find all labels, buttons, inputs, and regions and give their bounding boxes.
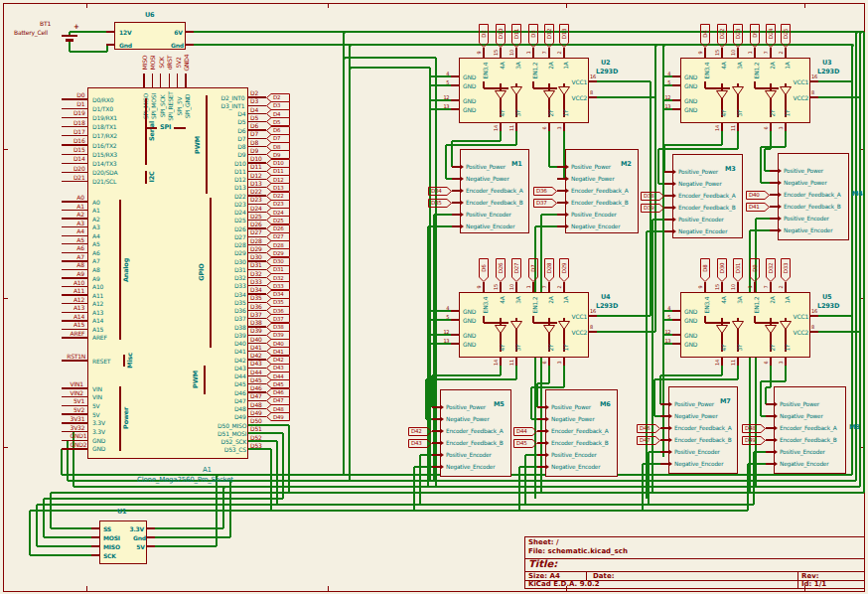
- sheet-pin-stub[interactable]: [664, 219, 672, 220]
- driver-internal[interactable]: [532, 316, 533, 323]
- net-label-A0[interactable]: A0: [76, 194, 84, 201]
- net-label-D53[interactable]: D53: [250, 442, 262, 449]
- sheet-pin-stub[interactable]: [557, 166, 565, 167]
- net-label-D48[interactable]: D48: [250, 401, 262, 408]
- driver-ref[interactable]: U2: [601, 60, 610, 68]
- wire-segment[interactable]: [432, 374, 501, 375]
- pin-stub[interactable]: [754, 282, 755, 292]
- wire-segment[interactable]: [658, 148, 738, 149]
- pin-stub[interactable]: [451, 310, 459, 311]
- net-label-D21[interactable]: D21: [73, 174, 85, 181]
- net-label-3V31[interactable]: 3V31: [71, 415, 85, 422]
- sheet-pin-stub[interactable]: [766, 427, 774, 428]
- driver-internal[interactable]: [755, 87, 779, 88]
- net-label-D6[interactable]: D6: [250, 122, 258, 129]
- group-bracket[interactable]: [204, 366, 205, 394]
- pin-stub[interactable]: [721, 358, 722, 366]
- sheet-name[interactable]: M1: [511, 161, 522, 169]
- wire-segment[interactable]: [30, 554, 91, 555]
- wire-segment[interactable]: [770, 131, 771, 149]
- sheet-pin-stub[interactable]: [664, 230, 672, 231]
- pin-stub[interactable]: [589, 80, 597, 81]
- sheet-name[interactable]: M4: [852, 191, 863, 199]
- sheet-pin-stub[interactable]: [664, 195, 672, 196]
- pin-stub[interactable]: [91, 527, 99, 528]
- net-label-D47[interactable]: D47: [250, 392, 262, 399]
- sheet-pin-stub[interactable]: [770, 229, 778, 230]
- sheet-name[interactable]: M8: [849, 424, 860, 432]
- regulator-ref[interactable]: U6: [145, 12, 154, 20]
- wire-segment[interactable]: [270, 449, 271, 511]
- sheet-pin-stub[interactable]: [432, 418, 440, 419]
- net-label-D36[interactable]: D36: [250, 303, 262, 310]
- pin-stub[interactable]: [548, 123, 549, 131]
- pin-stub[interactable]: [589, 331, 597, 332]
- driver-internal[interactable]: [705, 87, 730, 88]
- driver-value[interactable]: L293D: [596, 303, 618, 311]
- sheet-pin-stub[interactable]: [557, 190, 565, 191]
- pin-stub[interactable]: [451, 75, 459, 76]
- sheet-pin-stub[interactable]: [770, 170, 778, 171]
- pin-stub[interactable]: [704, 48, 705, 58]
- driver-ref[interactable]: U5: [822, 294, 831, 302]
- mcu-value[interactable]: Clone_Mega2560_Pro_Socket: [137, 476, 233, 484]
- driver-internal[interactable]: [533, 322, 557, 323]
- wire-segment[interactable]: [651, 220, 652, 493]
- net-label-D35[interactable]: D35: [250, 294, 262, 301]
- pin-stub[interactable]: [515, 358, 516, 366]
- pin-stub[interactable]: [589, 96, 597, 97]
- group-bracket[interactable]: [174, 127, 186, 128]
- wire-segment[interactable]: [44, 536, 91, 537]
- group-bracket[interactable]: [119, 200, 120, 340]
- wire-segment[interactable]: [515, 366, 516, 379]
- sheet-pin-stub[interactable]: [664, 183, 672, 184]
- sheet-pin-stub[interactable]: [537, 454, 545, 455]
- sheet-name[interactable]: M3: [725, 166, 736, 174]
- wire-segment[interactable]: [276, 441, 277, 505]
- wire-segment[interactable]: [429, 68, 430, 481]
- sheet-pin-stub[interactable]: [660, 415, 668, 416]
- pin-stub[interactable]: [515, 48, 516, 58]
- pin-stub[interactable]: [737, 123, 738, 131]
- wire-segment[interactable]: [147, 527, 223, 528]
- wire-segment[interactable]: [282, 433, 283, 499]
- wire-segment[interactable]: [70, 51, 107, 52]
- net-label-D18[interactable]: D18: [73, 119, 85, 126]
- sheet-pin-stub[interactable]: [770, 194, 778, 195]
- sheet-pin-stub[interactable]: [664, 207, 672, 208]
- wire-segment[interactable]: [563, 366, 564, 387]
- sheet-pin-stub[interactable]: [537, 430, 545, 431]
- wire-segment[interactable]: [663, 145, 664, 172]
- net-label-D13[interactable]: D13: [250, 180, 262, 187]
- net-label-A7[interactable]: A7: [76, 253, 84, 260]
- pin-stub[interactable]: [152, 74, 153, 87]
- sheet-pin-stub[interactable]: [537, 466, 545, 467]
- net-label-D33[interactable]: D33: [250, 278, 262, 285]
- net-label-D17[interactable]: D17: [73, 128, 85, 135]
- sheet-pin-stub[interactable]: [452, 178, 460, 179]
- wire-segment[interactable]: [597, 96, 655, 97]
- wire-segment[interactable]: [642, 464, 643, 511]
- net-label-D50[interactable]: D50: [250, 417, 262, 424]
- pin-stub[interactable]: [91, 545, 99, 546]
- net-label-D28[interactable]: D28: [250, 237, 262, 244]
- pin-stub[interactable]: [785, 123, 786, 131]
- net-label-D4[interactable]: D4: [250, 106, 258, 113]
- wire-segment[interactable]: [535, 225, 557, 226]
- sheet-name[interactable]: M5: [494, 401, 505, 409]
- wire-segment[interactable]: [761, 380, 786, 381]
- pin-stub[interactable]: [589, 315, 597, 316]
- pin-stub[interactable]: [147, 545, 155, 546]
- wire-segment[interactable]: [817, 331, 860, 332]
- wire-segment[interactable]: [659, 375, 660, 404]
- wire-segment[interactable]: [426, 378, 516, 379]
- net-label-A8[interactable]: A8: [76, 261, 84, 268]
- wire-segment[interactable]: [761, 146, 786, 147]
- pin-stub[interactable]: [672, 99, 680, 100]
- wire-segment[interactable]: [721, 131, 722, 145]
- net-label-D42[interactable]: D42: [250, 352, 262, 359]
- sheet-pin-stub[interactable]: [660, 403, 668, 404]
- net-label-A2[interactable]: A2: [76, 211, 84, 218]
- pin-stub[interactable]: [721, 48, 722, 58]
- wire-segment[interactable]: [51, 492, 864, 493]
